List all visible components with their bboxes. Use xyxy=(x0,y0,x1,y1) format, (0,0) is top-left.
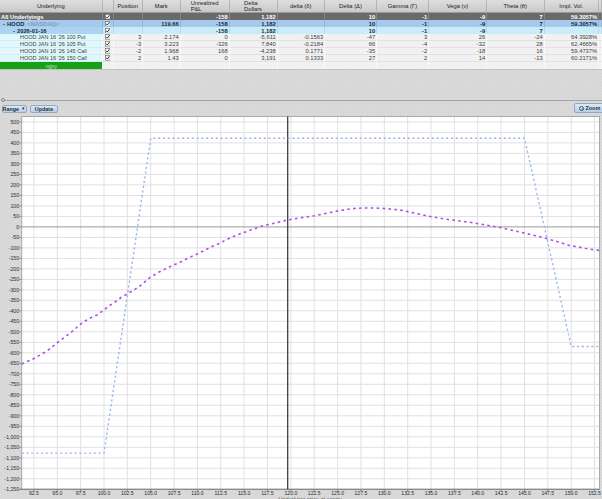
svg-text:100.0: 100.0 xyxy=(98,490,111,496)
svg-text:400: 400 xyxy=(11,140,20,146)
svg-text:127.5: 127.5 xyxy=(355,490,368,496)
svg-text:-650: -650 xyxy=(9,360,19,366)
svg-text:-300: -300 xyxy=(9,287,19,293)
svg-text:-950: -950 xyxy=(9,423,19,429)
svg-text:-150: -150 xyxy=(9,255,19,261)
svg-text:97.5: 97.5 xyxy=(76,490,86,496)
svg-text:-850: -850 xyxy=(9,402,19,408)
svg-text:105.0: 105.0 xyxy=(144,490,157,496)
svg-text:147.5: 147.5 xyxy=(541,490,554,496)
svg-text:92.5: 92.5 xyxy=(29,490,39,496)
svg-text:-250: -250 xyxy=(9,276,19,282)
svg-text:117.5: 117.5 xyxy=(261,490,274,496)
svg-text:115.0: 115.0 xyxy=(238,490,251,496)
svg-text:-700: -700 xyxy=(9,371,19,377)
svg-text:135.0: 135.0 xyxy=(425,490,438,496)
svg-text:100: 100 xyxy=(11,203,20,209)
svg-text:-1,150: -1,150 xyxy=(5,465,20,471)
svg-text:0: 0 xyxy=(16,224,19,230)
svg-text:102.5: 102.5 xyxy=(121,490,134,496)
svg-text:300: 300 xyxy=(11,161,20,167)
svg-text:-1,050: -1,050 xyxy=(5,444,20,450)
svg-text:500: 500 xyxy=(11,119,20,125)
svg-text:95.0: 95.0 xyxy=(52,490,62,496)
svg-text:112.5: 112.5 xyxy=(215,490,228,496)
svg-text:110.0: 110.0 xyxy=(191,490,204,496)
svg-text:122.5: 122.5 xyxy=(308,490,321,496)
svg-text:-550: -550 xyxy=(9,339,19,345)
svg-text:-450: -450 xyxy=(9,318,19,324)
svg-text:145.0: 145.0 xyxy=(518,490,531,496)
svg-text:-900: -900 xyxy=(9,413,19,419)
svg-text:-200: -200 xyxy=(9,266,19,272)
svg-text:250: 250 xyxy=(11,171,20,177)
svg-text:140.0: 140.0 xyxy=(471,490,484,496)
svg-text:150: 150 xyxy=(11,192,20,198)
svg-text:-1,250: -1,250 xyxy=(5,486,20,492)
svg-text:-1,200: -1,200 xyxy=(5,476,20,482)
svg-text:350: 350 xyxy=(11,150,20,156)
svg-text:450: 450 xyxy=(11,129,20,135)
svg-text:152.5: 152.5 xyxy=(588,490,601,496)
svg-text:142.5: 142.5 xyxy=(495,490,508,496)
svg-text:125.0: 125.0 xyxy=(331,490,344,496)
svg-text:-400: -400 xyxy=(9,308,19,314)
svg-text:132.5: 132.5 xyxy=(401,490,414,496)
svg-text:-500: -500 xyxy=(9,329,19,335)
svg-text:-750: -750 xyxy=(9,381,19,387)
svg-text:150.0: 150.0 xyxy=(565,490,578,496)
svg-text:-350: -350 xyxy=(9,297,19,303)
svg-text:-50: -50 xyxy=(12,234,20,240)
svg-text:-800: -800 xyxy=(9,392,19,398)
svg-text:120.0: 120.0 xyxy=(285,490,298,496)
svg-text:130.0: 130.0 xyxy=(378,490,391,496)
svg-text:50: 50 xyxy=(13,213,19,219)
svg-text:-600: -600 xyxy=(9,350,19,356)
svg-text:107.5: 107.5 xyxy=(168,490,181,496)
svg-text:-1,000: -1,000 xyxy=(5,434,20,440)
svg-text:200: 200 xyxy=(11,182,20,188)
svg-text:-100: -100 xyxy=(9,245,19,251)
svg-text:-1,100: -1,100 xyxy=(5,455,20,461)
svg-text:137.5: 137.5 xyxy=(448,490,461,496)
